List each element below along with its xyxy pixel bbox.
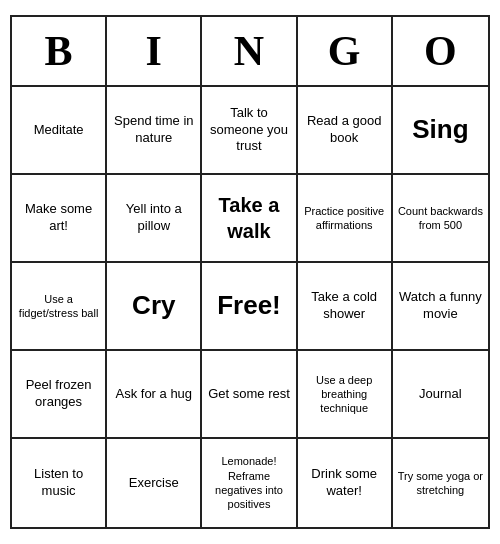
bingo-cell: Sing — [393, 87, 488, 175]
bingo-cell: Yell into a pillow — [107, 175, 202, 263]
bingo-letter: I — [107, 17, 202, 85]
bingo-cell: Talk to someone you trust — [202, 87, 297, 175]
bingo-cell: Exercise — [107, 439, 202, 527]
bingo-cell: Make some art! — [12, 175, 107, 263]
bingo-cell: Take a walk — [202, 175, 297, 263]
bingo-cell: Use a fidget/stress ball — [12, 263, 107, 351]
bingo-cell: Listen to music — [12, 439, 107, 527]
bingo-cell: Spend time in nature — [107, 87, 202, 175]
bingo-cell: Free! — [202, 263, 297, 351]
bingo-cell: Get some rest — [202, 351, 297, 439]
bingo-grid: MeditateSpend time in natureTalk to some… — [12, 87, 488, 527]
bingo-cell: Peel frozen oranges — [12, 351, 107, 439]
bingo-cell: Ask for a hug — [107, 351, 202, 439]
bingo-cell: Use a deep breathing technique — [298, 351, 393, 439]
bingo-cell: Practice positive affirmations — [298, 175, 393, 263]
bingo-cell: Read a good book — [298, 87, 393, 175]
bingo-letter: O — [393, 17, 488, 85]
bingo-card: BINGO MeditateSpend time in natureTalk t… — [10, 15, 490, 529]
bingo-letter: N — [202, 17, 297, 85]
bingo-cell: Lemonade! Reframe negatives into positiv… — [202, 439, 297, 527]
bingo-header: BINGO — [12, 17, 488, 87]
bingo-letter: B — [12, 17, 107, 85]
bingo-cell: Journal — [393, 351, 488, 439]
bingo-cell: Count backwards from 500 — [393, 175, 488, 263]
bingo-cell: Try some yoga or stretching — [393, 439, 488, 527]
bingo-cell: Watch a funny movie — [393, 263, 488, 351]
bingo-cell: Meditate — [12, 87, 107, 175]
bingo-cell: Drink some water! — [298, 439, 393, 527]
bingo-cell: Cry — [107, 263, 202, 351]
bingo-cell: Take a cold shower — [298, 263, 393, 351]
bingo-letter: G — [298, 17, 393, 85]
